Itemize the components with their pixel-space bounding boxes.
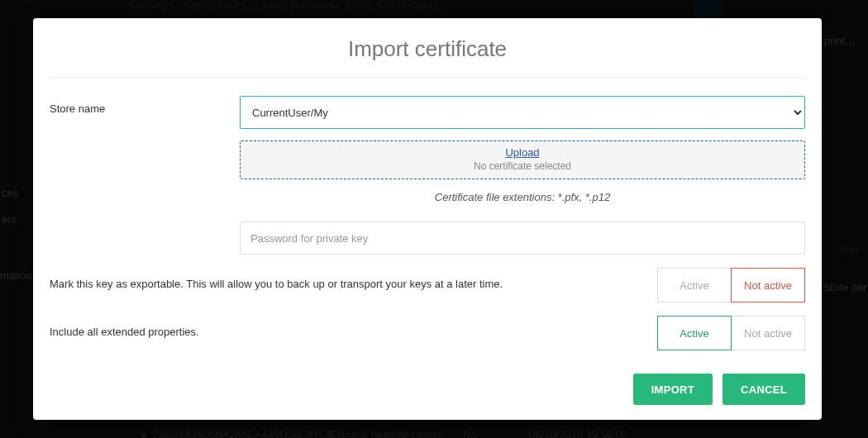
exportable-row: Mark this key as exportable. This will a… (50, 266, 805, 302)
upload-dropzone[interactable]: Upload No certificate selected (240, 140, 805, 179)
file-extension-hint: Certificate file extentions: *.pfx, *.p1… (240, 191, 805, 203)
exportable-description: Mark this key as exportable. This will a… (50, 266, 641, 290)
extended-not-active-button[interactable]: Not active (731, 316, 805, 350)
private-key-password-input[interactable] (240, 221, 805, 255)
modal-actions: IMPORT CANCEL (50, 374, 805, 405)
extended-toggle: Active Not active (657, 316, 805, 350)
modal-title: Import certificate (50, 36, 805, 62)
exportable-toggle: Active Not active (657, 268, 805, 302)
store-name-label: Store name (50, 96, 240, 115)
exportable-not-active-button[interactable]: Not active (731, 268, 805, 302)
upload-link[interactable]: Upload (241, 146, 804, 159)
import-button[interactable]: IMPORT (633, 374, 713, 405)
extended-description: Include all extended properties. (50, 314, 641, 338)
store-name-row: Store name CurrentUser/My Upload No cert… (50, 96, 805, 255)
import-certificate-modal: Import certificate Store name CurrentUse… (33, 18, 822, 420)
upload-status: No certificate selected (241, 160, 804, 172)
divider (50, 77, 805, 78)
exportable-active-button[interactable]: Active (657, 268, 732, 302)
extended-properties-row: Include all extended properties. Active … (50, 314, 805, 350)
extended-active-button[interactable]: Active (657, 316, 732, 350)
store-name-select[interactable]: CurrentUser/My (240, 96, 805, 129)
cancel-button[interactable]: CANCEL (723, 374, 805, 405)
